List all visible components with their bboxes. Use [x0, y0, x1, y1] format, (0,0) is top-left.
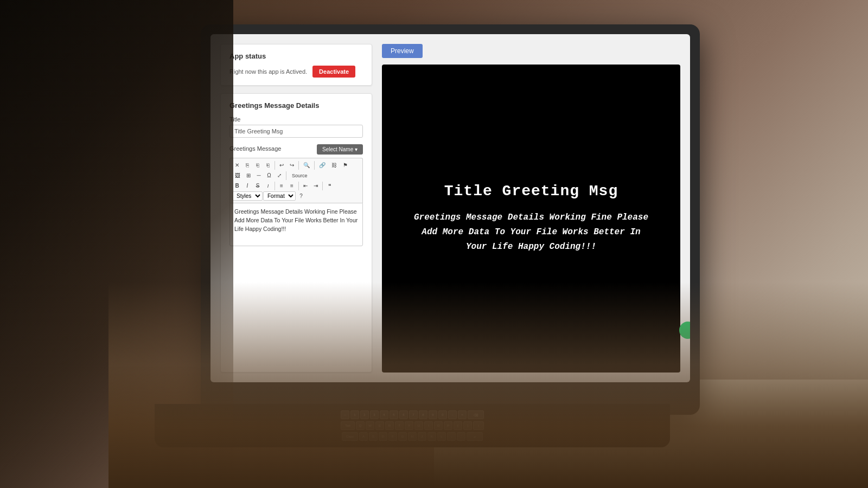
laptop-screen: App status Right now this app is Actived…: [210, 34, 690, 382]
link-button[interactable]: 🔗: [316, 160, 328, 170]
green-circle-button[interactable]: [679, 322, 690, 339]
key: 1: [350, 410, 359, 419]
preview-heading: Title Greeting Msg: [414, 183, 648, 200]
find-button[interactable]: 🔍: [301, 160, 312, 170]
key: Y: [405, 421, 413, 430]
ol-button[interactable]: ≡: [287, 181, 297, 190]
key: -: [448, 410, 457, 419]
key: 4: [380, 410, 388, 419]
unlink-button[interactable]: ⛓: [329, 160, 340, 170]
format-select[interactable]: Format: [263, 191, 296, 201]
key: 9: [429, 410, 437, 419]
toolbar-sep-3: [314, 161, 315, 170]
backspace-key: ⌫: [468, 410, 484, 419]
app-status-row: Right now this app is Actived. Deactivat…: [229, 66, 363, 78]
italic-button[interactable]: I: [242, 181, 252, 190]
key: J: [418, 432, 426, 441]
key: W: [366, 421, 374, 430]
indent-button[interactable]: ⇥: [311, 181, 321, 190]
key: O: [434, 421, 443, 430]
anchor-button[interactable]: ⚑: [340, 160, 350, 170]
image-button[interactable]: 🖼: [232, 171, 243, 180]
redo-button[interactable]: ↪: [287, 160, 297, 170]
key: A: [359, 432, 368, 441]
key: K: [427, 432, 436, 441]
key: \: [473, 421, 484, 430]
toolbar-sep-1: [275, 161, 275, 170]
key: ]: [463, 421, 472, 430]
keyboard-row-1: ~ 1 2 3 4 5 6 7 8 9 0 - = ⌫: [341, 410, 484, 419]
key: 8: [419, 410, 427, 419]
paste-text-button[interactable]: ⎗: [263, 160, 273, 170]
editor-toolbar: ✕ ⎘ ⎗ ⎗ ↩ ↪ 🔍 🔗 ⛓ ⚑: [229, 158, 363, 203]
deactivate-button[interactable]: Deactivate: [312, 66, 355, 78]
preview-body: Greetings Message Details Working Fine P…: [414, 210, 648, 255]
blockquote-button[interactable]: ❝: [324, 181, 334, 190]
table-button[interactable]: ⊞: [244, 171, 253, 180]
toolbar-row-2: 🖼 ⊞ ─ Ω ⤢ Source: [232, 171, 360, 180]
copy-button[interactable]: ⎘: [242, 160, 252, 170]
editor-content-area[interactable]: Greetings Message Details Working Fine P…: [229, 203, 363, 246]
key: [: [454, 421, 462, 430]
app-status-card: App status Right now this app is Actived…: [220, 44, 372, 86]
preview-box: Title Greeting Msg Greetings Message Det…: [382, 65, 680, 373]
key: I: [424, 421, 433, 430]
hline-button[interactable]: ─: [254, 171, 264, 180]
preview-button[interactable]: Preview: [382, 44, 423, 58]
key: Q: [356, 421, 365, 430]
paste-button[interactable]: ⎗: [253, 160, 263, 170]
toolbar-row-4: Styles Format ?: [232, 191, 360, 201]
key: ': [457, 432, 465, 441]
key: 3: [370, 410, 379, 419]
outdent-button[interactable]: ⇤: [301, 181, 310, 190]
key: 6: [399, 410, 408, 419]
help-button[interactable]: ?: [296, 191, 306, 201]
maximize-button[interactable]: ⤢: [275, 171, 284, 180]
keyboard-row-2: Tab Q W E R T Y U I O P [ ] \: [341, 421, 484, 430]
key: ~: [341, 410, 349, 419]
toolbar-sep-5: [275, 182, 275, 190]
caps-key: Caps: [342, 432, 358, 441]
screen-content: App status Right now this app is Actived…: [210, 34, 690, 382]
toolbar-row-1: ✕ ⎘ ⎗ ⎗ ↩ ↪ 🔍 🔗 ⛓ ⚑: [232, 160, 360, 170]
key: F: [388, 432, 397, 441]
key: G: [398, 432, 407, 441]
preview-line-3: Your Life Happy Coding!!!: [414, 240, 648, 254]
toolbar-sep-4: [286, 171, 286, 180]
app-status-text: Right now this app is Actived.: [229, 68, 307, 75]
laptop-body: App status Right now this app is Actived…: [201, 24, 700, 415]
greetings-message-label: Greetings Message: [229, 145, 281, 152]
greetings-message-card: Greetings Message Details Title Greeting…: [220, 93, 372, 373]
title-field-label: Title: [229, 116, 363, 123]
preview-line-2: Add More Data To Your File Works Better …: [414, 225, 648, 240]
tab-key: Tab: [341, 421, 355, 430]
strikethrough-button[interactable]: S: [253, 181, 263, 190]
undo-button[interactable]: ↩: [277, 160, 286, 170]
greetings-msg-header: Greetings Message Select Name ▾: [229, 144, 363, 155]
laptop-keyboard: ~ 1 2 3 4 5 6 7 8 9 0 - = ⌫ Tab Q W E R …: [155, 404, 670, 447]
key: ;: [447, 432, 456, 441]
special-char-button[interactable]: Ω: [264, 171, 274, 180]
bold-button[interactable]: B: [232, 181, 242, 190]
key: U: [414, 421, 423, 430]
subscript-button[interactable]: I: [263, 181, 273, 190]
key: 2: [360, 410, 369, 419]
keyboard-row-3: Caps A S D F G H J K L ; ' ↵: [342, 432, 483, 441]
key: =: [458, 410, 467, 419]
cut-button[interactable]: ✕: [232, 160, 242, 170]
ul-button[interactable]: ≡: [277, 181, 286, 190]
toolbar-sep-6: [298, 182, 299, 190]
greetings-card-title: Greetings Message Details: [229, 101, 363, 110]
key: L: [437, 432, 446, 441]
select-name-button[interactable]: Select Name ▾: [317, 144, 363, 155]
enter-key: ↵: [467, 432, 483, 441]
toolbar-sep-7: [322, 182, 323, 190]
app-status-title: App status: [229, 52, 363, 60]
left-panel: App status Right now this app is Actived…: [220, 44, 372, 373]
title-input[interactable]: [229, 125, 363, 138]
right-panel: Preview Title Greeting Msg Greetings Mes…: [382, 44, 680, 373]
key: S: [369, 432, 378, 441]
styles-select[interactable]: Styles: [232, 191, 263, 201]
toolbar-row-3: B I S I ≡ ≡ ⇤ ⇥ ❝: [232, 181, 360, 190]
source-button[interactable]: Source: [288, 171, 311, 180]
